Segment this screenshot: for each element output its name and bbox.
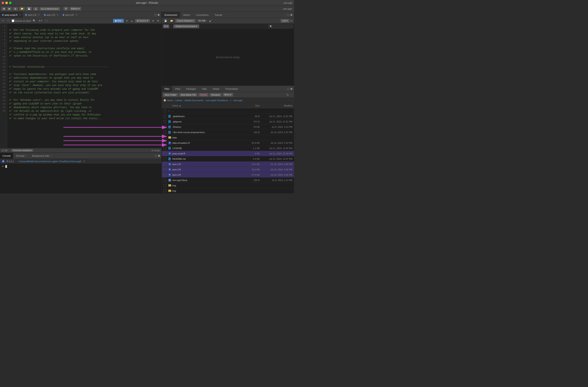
console-body[interactable]: > xyxy=(0,164,161,194)
tab-sem2[interactable]: sem-2.R ✕ xyxy=(42,12,61,18)
file-row-img1[interactable]: img xyxy=(162,183,294,188)
source-chevron[interactable]: ▼ xyxy=(151,19,155,22)
file-row-sem1[interactable]: R sem-1.R 14.4 KB Jul 10, 2024, 5:46 PM xyxy=(162,162,294,167)
new-blank-file-button[interactable]: New Blank File xyxy=(179,93,198,97)
editor-options-button[interactable]: ⚙ xyxy=(156,19,160,22)
breadcrumb-library[interactable]: Library xyxy=(175,99,182,102)
code-tools-button[interactable]: ✦✦ xyxy=(38,19,43,22)
global-env-button[interactable]: Global Environment ▾ xyxy=(173,24,199,28)
link-icon[interactable]: ⇗ xyxy=(83,160,85,163)
col-header-name[interactable]: Name ▲ xyxy=(172,105,243,107)
console-tab-bgjobs[interactable]: Background Jobs ✕ xyxy=(29,153,54,159)
code-editor[interactable]: 12345 678910 1112131415 1617181920 21222… xyxy=(0,24,161,148)
addins-button[interactable]: Addins ▾ xyxy=(69,7,82,11)
file-row-up[interactable]: ↑ .. xyxy=(162,108,294,114)
close-button[interactable] xyxy=(2,2,4,4)
down-button[interactable]: ▼ xyxy=(125,19,129,22)
section-pill[interactable]: Toolchain installation xyxy=(11,149,33,152)
file-row-data[interactable]: data xyxy=(162,135,294,140)
back-button[interactable]: ◀ xyxy=(1,7,6,11)
tab-files[interactable]: Files xyxy=(162,86,172,92)
file-row-rproj[interactable]: R sem-pgrt.Rproj 205 B Jul 9, 2024, 3:13… xyxy=(162,177,294,183)
check-data-simulation[interactable] xyxy=(163,142,166,144)
tab-close-sem2[interactable]: ✕ xyxy=(57,14,58,16)
minimize-editor-button[interactable]: ⬡ xyxy=(154,13,157,16)
search-button[interactable]: 🔍 xyxy=(32,19,37,22)
env-save-button[interactable]: 💾 xyxy=(163,19,168,22)
breadcrumb-r[interactable]: r xyxy=(230,99,231,102)
minimize-console-button[interactable]: ⬡ xyxy=(155,154,157,157)
check-img2[interactable] xyxy=(163,189,166,192)
open-file-button[interactable]: 📂 xyxy=(19,7,25,11)
breadcrumb-home[interactable]: Home xyxy=(167,99,173,102)
file-row-sem3[interactable]: R sem-3.R 27.5 KB Jul 10, 2024, 5:46 PM xyxy=(162,172,294,177)
file-row-readme[interactable]: README.md 2.4 KB Jul 11, 2024, 12:47 PM xyxy=(162,156,294,162)
file-row-sem2[interactable]: R sem-2.R 16.3 KB Jul 10, 2024, 5:46 PM xyxy=(162,167,294,172)
check-sem2[interactable] xyxy=(163,168,166,171)
run-button[interactable]: ▶ Run xyxy=(113,19,124,23)
tab-close-prep[interactable]: ✕ xyxy=(19,14,21,16)
minimize-env-button[interactable]: ⬡ xyxy=(287,14,289,16)
env-load-button[interactable]: 📂 xyxy=(169,19,174,22)
check-gitattributes[interactable] xyxy=(163,115,166,118)
check-data[interactable] xyxy=(163,136,166,139)
check-sem1[interactable] xyxy=(163,163,166,166)
forward-button[interactable]: ▶ xyxy=(7,7,12,11)
check-readme[interactable] xyxy=(163,157,166,160)
maximize-editor-button[interactable]: ⬢ xyxy=(157,13,160,16)
col-header-size[interactable]: Size xyxy=(243,105,260,107)
tab-environment[interactable]: Environment xyxy=(162,12,180,18)
file-row-gitattributes[interactable]: .gitattributes 66 B Jul 11, 2024, 12:31 … xyxy=(162,114,294,119)
tab-close-sem1[interactable]: ✕ xyxy=(38,14,40,16)
col-header-modified[interactable]: Modified xyxy=(260,105,292,107)
check-img1[interactable] xyxy=(163,184,166,187)
file-row-data-simulation[interactable]: R data-simulation.R 25.9 KB Jul 10, 2024… xyxy=(162,140,294,146)
console-tab-terminal[interactable]: Terminal ✕ xyxy=(13,153,29,159)
breadcrumb-mobile-docs[interactable]: Mobile Documents xyxy=(185,99,203,102)
tab-connections[interactable]: Connections xyxy=(193,12,212,18)
check-docx[interactable] xyxy=(163,131,166,134)
check-up[interactable] xyxy=(163,109,166,112)
print-button[interactable]: 🖨 xyxy=(33,7,39,11)
list-view-button[interactable]: List ▾ xyxy=(280,19,290,23)
new-folder-button[interactable]: New Folder xyxy=(163,93,178,97)
source-button[interactable]: ⊞ Source ▾ xyxy=(135,19,150,23)
redo-button[interactable]: ⬛ xyxy=(6,19,11,22)
save-button[interactable]: 💾 xyxy=(26,7,32,11)
r-selector[interactable]: R ▾ xyxy=(163,24,169,28)
minimize-button[interactable] xyxy=(5,2,8,4)
tab-sem1[interactable]: sem-1.R ✕ xyxy=(23,12,42,18)
files-refresh-button[interactable]: ↻ xyxy=(286,93,289,96)
check-gitignore[interactable] xyxy=(163,120,166,123)
tab-sem3[interactable]: sem-3.R ✕ xyxy=(61,12,80,18)
console-tab-console[interactable]: Console xyxy=(0,153,13,159)
more-button[interactable]: More ▾ xyxy=(223,93,233,97)
import-dataset-button[interactable]: Import Dataset ▾ xyxy=(175,19,195,23)
tab-plots[interactable]: Plots xyxy=(172,86,183,92)
file-row-img2[interactable]: img xyxy=(162,188,294,194)
rename-button[interactable]: Rename xyxy=(210,93,222,97)
check-sem3[interactable] xyxy=(163,173,166,176)
source-on-save-checkbox[interactable] xyxy=(12,20,14,22)
maximize-files-button[interactable]: ⬢ xyxy=(290,87,292,90)
minimize-files-button[interactable]: ⬡ xyxy=(287,87,289,90)
tab-help[interactable]: Help xyxy=(199,86,210,92)
undo-button[interactable]: ↩ xyxy=(1,19,5,22)
maximize-console-button[interactable]: ⬢ xyxy=(158,154,160,157)
new-file-button[interactable]: 🗎 xyxy=(13,7,18,11)
file-row-gitignore[interactable]: .gitignore 671 B Jul 11, 2024, 12:31 PM xyxy=(162,119,294,124)
tools-button[interactable]: ⚙ xyxy=(63,7,69,11)
file-row-license[interactable]: LICENSE 1.1 KB Jul 11, 2024, 12:32 PM xyxy=(162,146,294,151)
delete-button[interactable]: Delete xyxy=(198,93,209,97)
broom-button[interactable]: 🧹 xyxy=(208,19,213,22)
tab-close-sem3[interactable]: ✕ xyxy=(76,14,77,16)
breadcrumb-sem-pgrt[interactable]: sem-pgrt xyxy=(234,99,242,102)
tab-tutorial[interactable]: Tutorial xyxy=(212,12,225,18)
maximize-button[interactable] xyxy=(9,2,11,4)
tab-presentation[interactable]: Presentation xyxy=(223,86,241,92)
check-rproj[interactable] xyxy=(163,179,166,182)
check-rhistory[interactable] xyxy=(163,126,166,129)
tab-history[interactable]: History xyxy=(180,12,193,18)
view-options-button[interactable]: ⬛ xyxy=(44,19,49,22)
env-search-input[interactable] xyxy=(268,24,293,28)
